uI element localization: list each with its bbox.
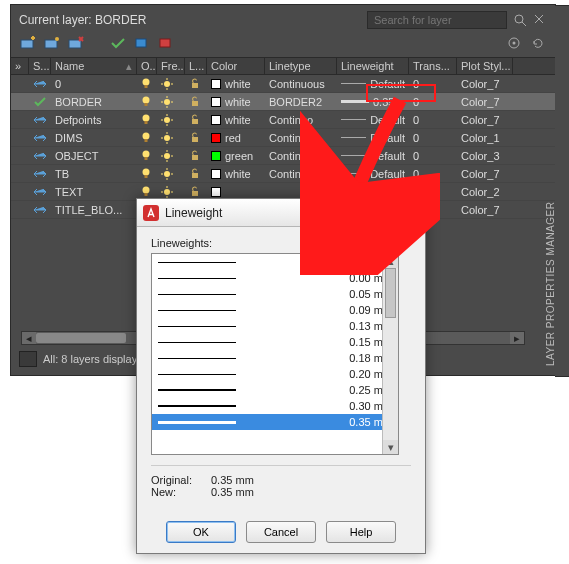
list-item[interactable]: 0.00 mm — [152, 270, 398, 286]
search-input[interactable] — [367, 11, 507, 29]
list-item[interactable]: 0.18 mm — [152, 350, 398, 366]
list-item[interactable]: 0.05 mm — [152, 286, 398, 302]
help-dialog-button[interactable]: Help — [326, 521, 396, 543]
plotstyle-cell[interactable]: Color_7 — [457, 93, 513, 110]
layer-name[interactable]: TEXT — [51, 183, 137, 200]
plotstyle-cell[interactable]: Color_2 — [457, 183, 513, 200]
scroll-down-button[interactable]: ▾ — [383, 440, 398, 454]
list-item[interactable]: 0.13 mm — [152, 318, 398, 334]
header-plotstyle[interactable]: Plot Styl... — [457, 58, 513, 74]
close-button[interactable] — [385, 204, 419, 222]
header-status[interactable]: S... — [29, 58, 51, 74]
ok-button[interactable]: OK — [166, 521, 236, 543]
table-row[interactable]: BORDERwhiteBORDER20.35...0Color_7 — [11, 93, 555, 111]
plotstyle-cell[interactable]: Color_1 — [457, 129, 513, 146]
on-toggle[interactable] — [137, 147, 157, 164]
freeze-toggle[interactable] — [157, 111, 185, 128]
freeze-toggle[interactable] — [157, 165, 185, 182]
list-vertical-scrollbar[interactable]: ▴ ▾ — [382, 254, 398, 454]
delete-layer-button[interactable] — [67, 35, 85, 51]
plotstyle-cell[interactable]: Color_7 — [457, 165, 513, 182]
list-item[interactable]: 0.20 mm — [152, 366, 398, 382]
transparency-cell[interactable]: 0 — [409, 129, 457, 146]
lineweight-cell[interactable]: Default — [337, 75, 409, 92]
lineweight-cell[interactable]: Default — [337, 165, 409, 182]
header-on[interactable]: O... — [137, 58, 157, 74]
on-toggle[interactable] — [137, 93, 157, 110]
list-item[interactable]: 0.09 mm — [152, 302, 398, 318]
transparency-cell[interactable]: 0 — [409, 93, 457, 110]
lineweight-cell[interactable]: Default — [337, 129, 409, 146]
linetype-cell[interactable]: Continu — [265, 147, 337, 164]
list-item[interactable]: 0.25 mm — [152, 382, 398, 398]
lock-toggle[interactable] — [185, 75, 207, 92]
header-linetype[interactable]: Linetype — [265, 58, 337, 74]
plotstyle-cell[interactable]: Color_7 — [457, 201, 513, 218]
freeze-toggle[interactable] — [157, 129, 185, 146]
lock-toggle[interactable] — [185, 165, 207, 182]
header-color[interactable]: Color — [207, 58, 265, 74]
plotstyle-cell[interactable]: Color_3 — [457, 147, 513, 164]
plotstyle-cell[interactable]: Color_7 — [457, 111, 513, 128]
lineweight-cell[interactable]: Default — [337, 147, 409, 164]
scroll-left-button[interactable]: ◂ — [22, 332, 36, 344]
layer-name[interactable]: 0 — [51, 75, 137, 92]
table-row[interactable]: 0whiteContinuousDefault0Color_7 — [11, 75, 555, 93]
scroll-up-button[interactable]: ▴ — [383, 254, 398, 268]
color-cell[interactable]: green — [207, 147, 265, 164]
table-row[interactable]: OBJECTgreenContinuDefault0Color_3 — [11, 147, 555, 165]
lock-toggle[interactable] — [185, 147, 207, 164]
header-freeze[interactable]: Fre... — [157, 58, 185, 74]
refresh-icon[interactable] — [529, 35, 547, 51]
linetype-cell[interactable]: Continuous — [265, 75, 337, 92]
layer-name[interactable]: Defpoints — [51, 111, 137, 128]
plotstyle-cell[interactable]: Color_7 — [457, 75, 513, 92]
filter-icon[interactable] — [19, 351, 37, 367]
search-icon[interactable] — [513, 13, 527, 27]
header-lock[interactable]: L... — [185, 58, 207, 74]
scrollbar-thumb[interactable] — [36, 333, 126, 343]
layer-name[interactable]: OBJECT — [51, 147, 137, 164]
list-item[interactable]: 0.35 mm — [152, 414, 398, 430]
header-transparency[interactable]: Trans... — [409, 58, 457, 74]
linetype-cell[interactable]: Continuo — [265, 129, 337, 146]
freeze-toggle[interactable] — [157, 93, 185, 110]
freeze-toggle[interactable] — [157, 147, 185, 164]
table-row[interactable]: DefpointswhiteContinuoDefault0Color_7 — [11, 111, 555, 129]
new-layer-freeze-button[interactable] — [43, 35, 61, 51]
table-row[interactable]: TBwhiteContinuoDefault0Color_7 — [11, 165, 555, 183]
scrollbar-thumb[interactable] — [385, 268, 396, 318]
dialog-titlebar[interactable]: Lineweight ? — [137, 199, 425, 227]
help-button[interactable]: ? — [341, 204, 375, 222]
color-cell[interactable]: white — [207, 165, 265, 182]
lineweight-list[interactable]: Default0.00 mm0.05 mm0.09 mm0.13 mm0.15 … — [151, 253, 399, 455]
on-toggle[interactable] — [137, 75, 157, 92]
set-current-button[interactable] — [109, 35, 127, 51]
header-lineweight[interactable]: Lineweight — [337, 58, 409, 74]
scroll-right-button[interactable]: ▸ — [510, 332, 524, 344]
layer-filter-button[interactable] — [157, 35, 175, 51]
transparency-cell[interactable]: 0 — [409, 165, 457, 182]
lock-toggle[interactable] — [185, 129, 207, 146]
list-item[interactable]: 0.30 mm — [152, 398, 398, 414]
color-cell[interactable]: white — [207, 93, 265, 110]
color-cell[interactable]: white — [207, 75, 265, 92]
new-layer-button[interactable] — [19, 35, 37, 51]
transparency-cell[interactable]: 0 — [409, 147, 457, 164]
settings-icon[interactable] — [505, 35, 523, 51]
layer-states-button[interactable] — [133, 35, 151, 51]
cancel-button[interactable]: Cancel — [246, 521, 316, 543]
layer-name[interactable]: TITLE_BLO... — [51, 201, 137, 218]
transparency-cell[interactable]: 0 — [409, 111, 457, 128]
lock-toggle[interactable] — [185, 111, 207, 128]
linetype-cell[interactable]: BORDER2 — [265, 93, 337, 110]
lock-toggle[interactable] — [185, 93, 207, 110]
color-cell[interactable]: white — [207, 111, 265, 128]
on-toggle[interactable] — [137, 129, 157, 146]
table-row[interactable]: DIMSredContinuoDefault0Color_1 — [11, 129, 555, 147]
header-expand[interactable]: » — [11, 58, 29, 74]
on-toggle[interactable] — [137, 165, 157, 182]
color-cell[interactable]: red — [207, 129, 265, 146]
lineweight-cell[interactable]: Default — [337, 111, 409, 128]
list-item[interactable]: 0.15 mm — [152, 334, 398, 350]
